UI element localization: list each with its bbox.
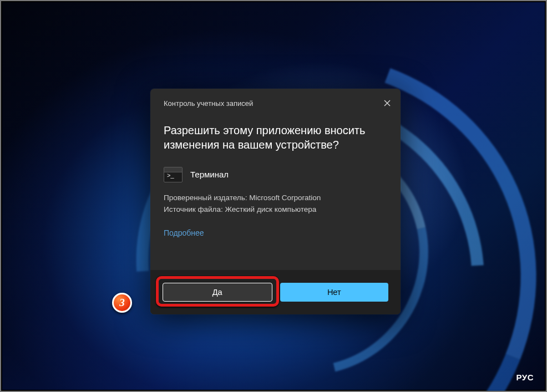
annotation-step-badge: 3 [112, 293, 132, 313]
app-metadata: Проверенный издатель: Microsoft Corporat… [150, 192, 401, 216]
language-indicator[interactable]: РУС [516, 373, 534, 382]
source-line: Источник файла: Жесткий диск компьютера [164, 204, 387, 216]
app-name: Терминал [190, 170, 229, 179]
terminal-icon: >_ [164, 167, 183, 182]
close-icon [384, 100, 391, 106]
close-button[interactable] [379, 95, 395, 111]
dialog-button-row: Да Нет [150, 270, 401, 314]
app-info-row: >_ Терминал [150, 162, 401, 192]
yes-button[interactable]: Да [163, 283, 272, 302]
dialog-question: Разрешить этому приложению вносить измен… [150, 116, 401, 162]
show-details-link[interactable]: Подробнее [150, 216, 217, 237]
no-button[interactable]: Нет [280, 283, 389, 302]
publisher-line: Проверенный издатель: Microsoft Corporat… [164, 192, 387, 204]
uac-dialog: Контроль учетных записей Разрешить этому… [150, 89, 401, 314]
dialog-title: Контроль учетных записей [164, 99, 253, 108]
dialog-header: Контроль учетных записей [150, 89, 401, 116]
